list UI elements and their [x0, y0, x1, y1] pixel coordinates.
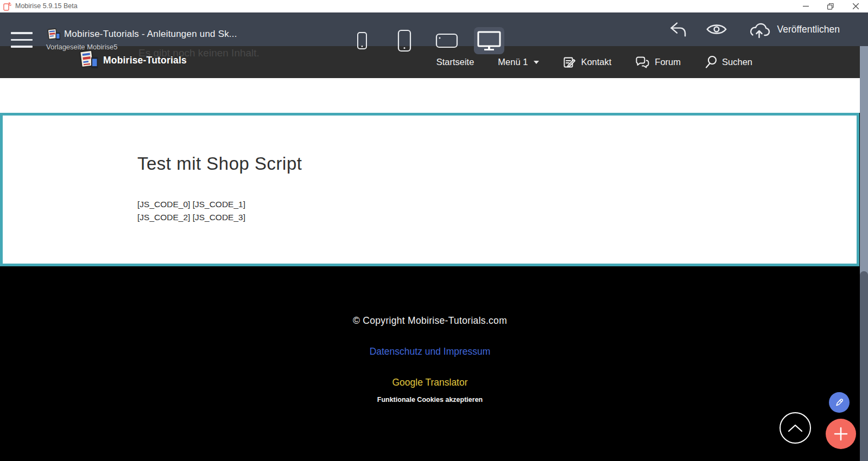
- cloud-upload-icon: [748, 20, 771, 39]
- js-code-placeholders[interactable]: [JS_CODE_0] [JS_CODE_1] [JS_CODE_2] [JS_…: [137, 198, 245, 223]
- publish-button[interactable]: Veröffentlichen: [748, 18, 840, 40]
- preview-eye-button[interactable]: [705, 20, 728, 39]
- google-translator-link[interactable]: Google Translator: [0, 377, 860, 388]
- nav-item-menu1[interactable]: Menü 1: [498, 57, 539, 67]
- device-tablet-landscape-button[interactable]: [432, 27, 462, 54]
- caret-down-icon: [534, 61, 539, 64]
- chevron-up-icon: [787, 424, 803, 432]
- preview-scrollbar-track[interactable]: [860, 46, 868, 461]
- nav-item-startseite[interactable]: Startseite: [436, 57, 474, 67]
- site-footer: © Copyright Mobirise-Tutorials.com Daten…: [0, 266, 860, 461]
- nav-item-suchen[interactable]: Suchen: [705, 55, 752, 69]
- device-desktop-button[interactable]: [474, 27, 504, 54]
- titlebar: Mobirise 5.9.15 Beta: [0, 0, 868, 12]
- window-controls: [793, 0, 868, 12]
- device-preview-switcher: [347, 27, 504, 54]
- site-brand[interactable]: Mobirise-Tutorials: [79, 49, 187, 71]
- scroll-to-top-button[interactable]: [780, 412, 811, 444]
- cookies-note[interactable]: Funktionale Cookies akzeptieren: [0, 396, 860, 404]
- site-brand-name[interactable]: Mobirise-Tutorials: [103, 55, 187, 66]
- device-phone-small-button[interactable]: [347, 27, 377, 54]
- hamburger-menu-icon[interactable]: [11, 32, 33, 48]
- app-window: Mobirise 5.9.15 Beta: [0, 0, 868, 461]
- close-button[interactable]: [843, 0, 868, 12]
- project-title[interactable]: Mobirise-Tutorials - Anleitungen und Sk.…: [64, 29, 237, 40]
- js-code-line: [JS_CODE_2] [JS_CODE_3]: [137, 211, 245, 224]
- undo-button[interactable]: [666, 19, 688, 40]
- site-logo-image: [79, 49, 99, 71]
- selected-content-block[interactable]: Test mit Shop Script [JS_CODE_0] [JS_COD…: [0, 113, 859, 266]
- preview-scrollbar-thumb[interactable]: [860, 271, 868, 461]
- site-preview-canvas: Es gibt noch keinen Inhalt.: [0, 46, 860, 461]
- plus-icon: [833, 426, 848, 441]
- chat-bubbles-icon: [635, 56, 650, 68]
- window-title: Mobirise 5.9.15 Beta: [15, 2, 78, 10]
- edit-code-button[interactable]: [829, 392, 850, 413]
- current-page-name[interactable]: Vorlageseite Mobirise5: [46, 43, 118, 51]
- site-favicon-icon: [47, 28, 61, 41]
- privacy-impressum-link[interactable]: Datenschutz und Impressum: [0, 346, 860, 357]
- device-phone-large-button[interactable]: [389, 27, 420, 54]
- empty-white-section[interactable]: [0, 78, 860, 113]
- copyright-text: © Copyright Mobirise-Tutorials.com: [0, 315, 860, 326]
- add-block-button[interactable]: [826, 419, 856, 449]
- nav-item-forum[interactable]: Forum: [635, 56, 681, 68]
- js-code-line: [JS_CODE_0] [JS_CODE_1]: [137, 198, 245, 211]
- minimize-button[interactable]: [793, 0, 818, 12]
- mobirise-app-icon: [3, 2, 12, 11]
- pencil-icon: [834, 397, 845, 408]
- nav-item-kontakt[interactable]: Kontakt: [563, 56, 611, 69]
- compose-document-icon: [563, 56, 576, 69]
- publish-label: Veröffentlichen: [777, 24, 840, 35]
- app-toolbar: Mobirise-Tutorials - Anleitungen und Sk.…: [0, 12, 868, 46]
- search-icon: [705, 55, 717, 69]
- restore-button[interactable]: [818, 0, 843, 12]
- block-heading[interactable]: Test mit Shop Script: [137, 153, 302, 174]
